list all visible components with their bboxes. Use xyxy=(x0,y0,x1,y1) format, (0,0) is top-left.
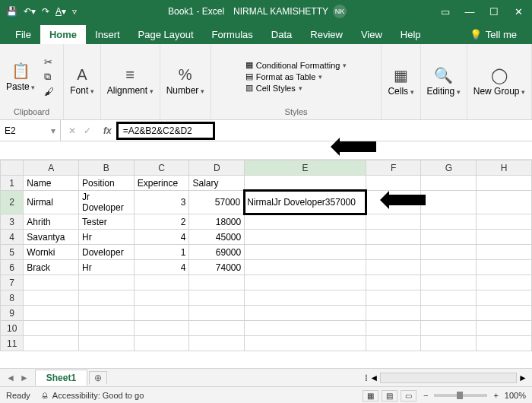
page-break-view-icon[interactable]: ▭ xyxy=(401,390,416,401)
tab-insert[interactable]: Insert xyxy=(86,25,129,44)
cell-B4[interactable]: Hr xyxy=(79,230,135,245)
tab-formulas[interactable]: Formulas xyxy=(203,25,262,44)
horizontal-scrollbar[interactable] xyxy=(380,373,517,383)
col-header-H[interactable]: H xyxy=(477,160,532,176)
row-header-4[interactable]: 4 xyxy=(1,230,24,245)
tab-help[interactable]: Help xyxy=(391,25,430,44)
font-button[interactable]: A Font xyxy=(70,66,94,96)
format-painter-icon[interactable]: 🖌 xyxy=(44,86,54,97)
cell-B1[interactable]: Position xyxy=(79,176,135,191)
row-header-6[interactable]: 6 xyxy=(1,260,24,275)
cell-B2[interactable]: Jr Doveloper xyxy=(79,191,135,214)
save-icon[interactable]: 💾 xyxy=(6,6,17,17)
cell-A1[interactable]: Name xyxy=(24,176,79,191)
tab-home[interactable]: Home xyxy=(40,25,86,44)
cell-D6[interactable]: 74000 xyxy=(189,260,245,275)
name-box[interactable]: E2▾ xyxy=(0,120,61,141)
maximize-icon[interactable]: ☐ xyxy=(486,6,502,17)
scroll-left-icon[interactable]: ◄ xyxy=(369,373,378,383)
tab-review[interactable]: Review xyxy=(301,25,352,44)
number-button[interactable]: % Number xyxy=(166,66,204,96)
editing-button[interactable]: 🔍 Editing xyxy=(427,66,461,97)
row-header-5[interactable]: 5 xyxy=(1,245,24,260)
redo-icon[interactable]: ↷ xyxy=(42,6,49,17)
cell-C6[interactable]: 4 xyxy=(134,260,189,275)
cell-C1[interactable]: Experince xyxy=(134,176,189,191)
cell-D5[interactable]: 69000 xyxy=(189,245,245,260)
annotation-arrow-formula xyxy=(338,141,376,152)
cancel-formula-icon[interactable]: ✕ xyxy=(68,125,76,136)
sheet-tab-1[interactable]: Sheet1 xyxy=(35,370,87,386)
copy-icon[interactable]: ⧉ xyxy=(44,71,54,83)
tab-data[interactable]: Data xyxy=(262,25,301,44)
format-as-table[interactable]: ▤Format as Table xyxy=(245,71,323,81)
alignment-button[interactable]: ≡ Alignment xyxy=(107,66,154,96)
formula-input[interactable]: =A2&B2&C2&D2 xyxy=(116,122,215,140)
paste-button[interactable]: 📋 Paste xyxy=(6,62,35,92)
col-header-A[interactable]: A xyxy=(24,160,79,176)
user-name: NIRMAL KAMISHETTY xyxy=(233,6,328,17)
col-header-B[interactable]: B xyxy=(79,160,135,176)
ribbon-options-icon[interactable]: ▭ xyxy=(438,6,453,17)
find-icon: 🔍 xyxy=(434,66,453,84)
cell-D3[interactable]: 18000 xyxy=(189,214,245,230)
cell-C4[interactable]: 4 xyxy=(134,230,189,245)
row-header-2[interactable]: 2 xyxy=(1,191,24,214)
cell-A4[interactable]: Savantya xyxy=(24,230,79,245)
col-header-C[interactable]: C xyxy=(134,160,189,176)
cell-A6[interactable]: Brack xyxy=(24,260,79,275)
cell-A2[interactable]: Nirmal xyxy=(24,191,79,214)
cell-C3[interactable]: 2 xyxy=(134,214,189,230)
cell-C2[interactable]: 3 xyxy=(134,191,189,214)
undo-icon[interactable]: ↶▾ xyxy=(24,6,36,17)
normal-view-icon[interactable]: ▦ xyxy=(363,390,378,401)
qa-dropdown-icon[interactable]: ▿ xyxy=(72,6,77,17)
cell-D2[interactable]: 57000 xyxy=(189,191,245,214)
cell-E1[interactable] xyxy=(245,176,366,191)
row-header-1[interactable]: 1 xyxy=(1,176,24,191)
cell-B3[interactable]: Tester xyxy=(79,214,135,230)
font-underline-icon[interactable]: A▾ xyxy=(55,6,66,17)
page-layout-view-icon[interactable]: ▤ xyxy=(382,390,397,401)
minimize-icon[interactable]: — xyxy=(462,6,477,17)
cut-icon[interactable]: ✂ xyxy=(44,56,54,68)
zoom-slider[interactable] xyxy=(434,394,487,397)
table-icon: ▤ xyxy=(245,71,253,81)
sheet-nav-next-icon[interactable]: ► xyxy=(20,373,29,383)
add-sheet-button[interactable]: ⊕ xyxy=(89,371,107,384)
cell-E2-selected[interactable]: NirmalJr Doveloper357000 xyxy=(245,191,366,214)
cell-A3[interactable]: Ahrith xyxy=(24,214,79,230)
close-icon[interactable]: ✕ xyxy=(511,6,526,17)
cells-button[interactable]: ▦ Cells xyxy=(388,66,413,97)
user-initials-badge[interactable]: NK xyxy=(333,5,347,18)
tab-view[interactable]: View xyxy=(352,25,391,44)
select-all-corner[interactable] xyxy=(1,160,24,176)
tab-file[interactable]: File xyxy=(6,25,40,44)
zoom-level[interactable]: 100% xyxy=(505,391,526,400)
tell-me[interactable]: 💡Tell me xyxy=(462,25,524,44)
enter-formula-icon[interactable]: ✓ xyxy=(84,125,91,136)
cell-styles[interactable]: ▥Cell Styles xyxy=(245,83,302,93)
cell-C5[interactable]: 1 xyxy=(134,245,189,260)
sheet-nav-prev-icon[interactable]: ◄ xyxy=(6,373,15,383)
cell-D1[interactable]: Salary xyxy=(189,176,245,191)
accessibility-status[interactable]: 🕭Accessibility: Good to go xyxy=(41,391,144,400)
zoom-in-icon[interactable]: + xyxy=(493,391,498,400)
cell-B6[interactable]: Hr xyxy=(79,260,135,275)
row-header-3[interactable]: 3 xyxy=(1,214,24,230)
col-header-D[interactable]: D xyxy=(189,160,245,176)
spreadsheet-grid[interactable]: A B C D E F G H 1 Name Position Experinc… xyxy=(0,160,532,351)
zoom-out-icon[interactable]: − xyxy=(423,391,428,400)
tab-page-layout[interactable]: Page Layout xyxy=(129,25,203,44)
col-header-G[interactable]: G xyxy=(421,160,477,176)
new-group-button[interactable]: ◯ New Group xyxy=(473,66,525,97)
conditional-formatting[interactable]: ▦Conditional Formatting xyxy=(245,60,347,70)
col-header-F[interactable]: F xyxy=(366,160,421,176)
cell-B5[interactable]: Doveloper xyxy=(79,245,135,260)
cell-A5[interactable]: Wornki xyxy=(24,245,79,260)
fx-icon[interactable]: fx xyxy=(99,125,116,136)
scroll-right-icon[interactable]: ► xyxy=(518,373,527,383)
cell-D4[interactable]: 45000 xyxy=(189,230,245,245)
col-header-E[interactable]: E xyxy=(245,160,366,176)
status-bar: Ready 🕭Accessibility: Good to go ▦ ▤ ▭ −… xyxy=(0,386,532,403)
